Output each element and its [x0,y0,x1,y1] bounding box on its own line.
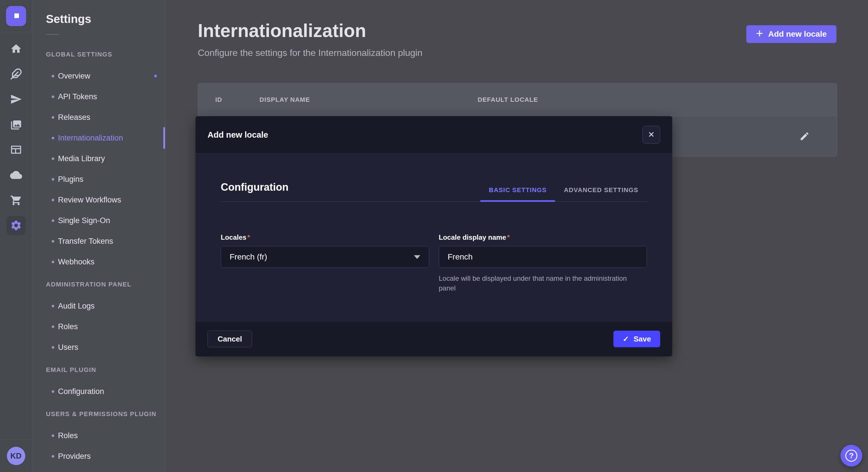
edit-locale-button[interactable] [796,128,813,145]
bullet-icon [52,434,54,437]
home-icon[interactable] [0,36,32,61]
section-users-permissions-plugin: USERS & PERMISSIONS PLUGIN [46,410,165,418]
page-subtitle: Configure the settings for the Internati… [198,47,423,58]
sidebar-item-review-workflows[interactable]: Review Workflows [46,190,165,210]
bullet-icon [52,305,54,307]
section-email-plugin: EMAIL PLUGIN [46,366,165,374]
configuration-header: Configuration BASIC SETTINGS ADVANCED SE… [221,181,647,202]
bullet-icon [52,261,54,263]
sidebar-item-providers[interactable]: Providers [46,446,165,467]
active-indicator-bar [163,127,165,149]
icon-rail: KD [0,0,32,472]
modal-header: Add new locale ✕ [195,116,672,154]
bullet-icon [52,455,54,458]
bullet-icon [52,220,54,222]
sidebar-item-roles-upp[interactable]: Roles [46,425,165,446]
add-new-locale-button[interactable]: + Add new locale [746,25,836,43]
page-title: Internationalization [198,20,423,41]
display-name-input[interactable] [439,246,647,268]
sidebar-item-label: Roles [58,322,78,331]
sidebar-item-releases[interactable]: Releases [46,107,165,128]
sidebar-item-label: Roles [58,431,78,440]
sidebar-item-media-library[interactable]: Media Library [46,148,165,169]
cancel-button[interactable]: Cancel [208,331,252,347]
sidebar-item-roles-admin[interactable]: Roles [46,316,165,337]
sidebar-item-internationalization[interactable]: Internationalization [46,128,165,148]
bullet-icon [52,178,54,181]
tab-advanced-settings[interactable]: ADVANCED SETTINGS [555,187,647,201]
tab-basic-settings[interactable]: BASIC SETTINGS [480,187,555,201]
help-question-icon: ? [845,450,857,462]
strapi-logo[interactable] [6,6,26,26]
bullet-icon [52,240,54,243]
marketplace-cart-icon[interactable] [0,188,32,213]
sidebar-item-overview[interactable]: Overview [46,66,165,86]
column-id: ID [215,96,259,103]
media-library-images-icon[interactable] [0,112,32,137]
form-fields: Locales* French (fr) Locale display name… [221,233,647,293]
bullet-icon [52,346,54,349]
save-button[interactable]: ✓ Save [613,331,660,347]
sidebar-item-users[interactable]: Users [46,337,165,358]
sidebar-item-configuration-email[interactable]: Configuration [46,381,165,402]
column-display-name: DISPLAY NAME [259,96,477,103]
bullet-icon [52,96,54,98]
sidebar-item-label: Configuration [58,387,104,396]
required-asterisk: * [247,233,250,241]
bullet-icon [52,390,54,393]
sidebar-item-label: Providers [58,452,91,461]
display-name-label-text: Locale display name [439,233,506,241]
content-type-layout-icon[interactable] [0,137,32,162]
check-icon: ✓ [623,335,629,343]
page-header: Internationalization Configure the setti… [198,20,423,58]
deploy-plane-icon[interactable] [0,87,32,112]
help-button[interactable]: ? [840,445,862,467]
sidebar-item-transfer-tokens[interactable]: Transfer Tokens [46,231,165,251]
display-name-field: Locale display name* Locale will be disp… [439,233,647,293]
pencil-icon [799,131,810,141]
email-plugin-list: Configuration [46,381,165,402]
avatar[interactable]: KD [7,447,25,465]
modal-footer: Cancel ✓ Save [195,321,672,357]
locales-label: Locales* [221,233,429,241]
sidebar-item-label: Users [58,343,79,352]
display-name-label: Locale display name* [439,233,647,241]
notification-dot [154,74,157,77]
sidebar-item-label: Transfer Tokens [58,237,113,246]
modal-title: Add new locale [208,130,268,140]
bullet-icon [52,199,54,201]
content-feather-icon[interactable] [0,61,32,87]
close-modal-button[interactable]: ✕ [642,126,660,144]
table-header-row: ID DISPLAY NAME DEFAULT LOCALE [198,83,837,116]
settings-gear-icon[interactable] [0,213,32,238]
display-name-hint: Locale will be displayed under that name… [439,274,640,293]
save-button-label: Save [633,335,651,343]
sidebar-item-label: Webhooks [58,258,94,266]
sidebar-item-api-tokens[interactable]: API Tokens [46,86,165,107]
sidebar-item-label: Single Sign-On [58,216,110,225]
bullet-icon [52,116,54,119]
section-administration-panel: ADMINISTRATION PANEL [46,281,165,288]
column-default-locale: DEFAULT LOCALE [477,96,837,103]
sidebar-item-label: Media Library [58,154,105,163]
bullet-icon [52,326,54,328]
section-global-settings: GLOBAL SETTINGS [46,51,165,58]
sidebar-item-label: API Tokens [58,92,97,101]
cloud-icon[interactable] [0,162,32,188]
bullet-icon [52,137,54,139]
bullet-icon [52,158,54,160]
settings-sidebar: Settings GLOBAL SETTINGS Overview API To… [32,0,165,472]
global-settings-list: Overview API Tokens Releases Internation… [46,66,165,272]
sidebar-item-single-sign-on[interactable]: Single Sign-On [46,210,165,231]
plus-icon: + [756,28,763,40]
sidebar-item-plugins[interactable]: Plugins [46,169,165,190]
sidebar-item-webhooks[interactable]: Webhooks [46,251,165,272]
add-new-locale-label: Add new locale [768,30,827,39]
sidebar-item-label: Audit Logs [58,302,95,310]
locales-select[interactable]: French (fr) [221,246,429,268]
required-asterisk: * [507,233,509,241]
configuration-title: Configuration [221,181,288,193]
bullet-icon [52,75,54,77]
sidebar-item-audit-logs[interactable]: Audit Logs [46,296,165,316]
sidebar-item-label: Overview [58,72,90,80]
